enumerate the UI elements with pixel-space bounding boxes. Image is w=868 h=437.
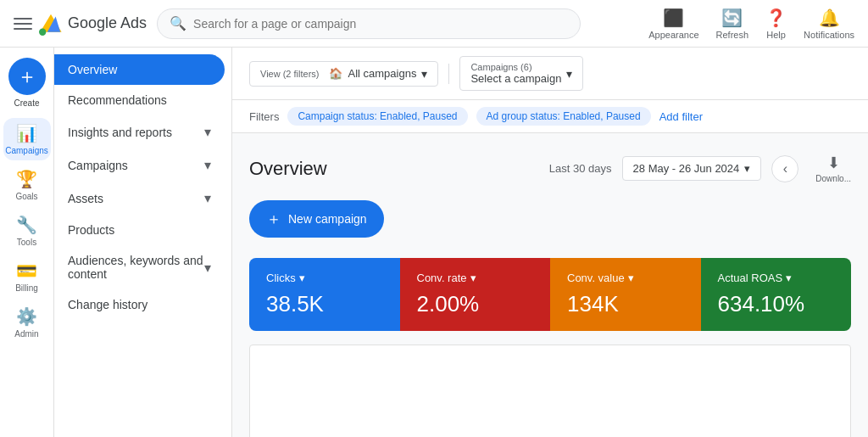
- download-icon: ⬇: [827, 154, 840, 172]
- filter-bar: Filters Campaign status: Enabled, Paused…: [232, 100, 868, 133]
- campaigns-select-button[interactable]: Campaigns (6) Select a campaign ▾: [459, 56, 583, 91]
- sidebar: ＋ Create 📊 Campaigns 🏆 Goals 🔧 Tools 💳 B…: [0, 48, 54, 437]
- metric-label: Actual ROAS ▾: [718, 272, 835, 284]
- tools-icon: 🔧: [16, 215, 37, 235]
- download-label: Downlo...: [815, 174, 851, 183]
- filter-divider: [448, 64, 449, 84]
- help-button[interactable]: ❓ Help: [765, 8, 787, 40]
- nav-recommendations[interactable]: Recommendations: [54, 85, 225, 115]
- campaigns-count-label: Campaigns (6): [470, 62, 561, 72]
- metric-card-2[interactable]: Conv. value ▾ 134K: [550, 258, 701, 331]
- nav-audiences[interactable]: Audiences, keywords and content ▾: [54, 245, 225, 289]
- sidebar-item-admin[interactable]: ⚙️ Admin: [3, 301, 51, 344]
- appearance-icon: ⬛: [663, 8, 684, 28]
- refresh-button[interactable]: 🔄 Refresh: [716, 8, 749, 40]
- notifications-button[interactable]: 🔔 Notifications: [804, 8, 854, 40]
- topbar: Google Ads 🔍 ⬛ Appearance 🔄 Refresh ❓ He…: [0, 0, 868, 48]
- overview-title-row: Overview Last 30 days 28 May - 26 Jun 20…: [249, 154, 851, 183]
- menu-icon[interactable]: [14, 14, 32, 33]
- chevron-down-icon: ▾: [204, 260, 211, 276]
- sidebar-item-tools[interactable]: 🔧 Tools: [3, 210, 51, 252]
- chevron-down-icon: ▾: [204, 157, 211, 173]
- metric-card-3[interactable]: Actual ROAS ▾ 634.10%: [701, 258, 852, 331]
- chevron-left-icon: ‹: [783, 161, 787, 176]
- logo-text: Google Ads: [68, 14, 147, 32]
- chevron-down-icon: ▾: [744, 162, 750, 175]
- download-button[interactable]: ⬇ Downlo...: [815, 154, 851, 183]
- admin-icon: ⚙️: [16, 306, 37, 327]
- nav-change-history[interactable]: Change history: [54, 289, 225, 320]
- campaign-status-chip[interactable]: Campaign status: Enabled, Paused: [287, 107, 467, 126]
- content: View (2 filters) 🏠 All campaigns ▾ Campa…: [232, 48, 868, 437]
- chevron-down-icon: ▾: [204, 190, 211, 206]
- adgroup-status-chip[interactable]: Ad group status: Enabled, Paused: [476, 107, 651, 126]
- topbar-right: ⬛ Appearance 🔄 Refresh ❓ Help 🔔 Notifica…: [648, 8, 854, 40]
- all-campaigns-label: All campaigns: [348, 67, 416, 80]
- overview-page: Overview Last 30 days 28 May - 26 Jun 20…: [232, 133, 868, 437]
- sidebar-item-goals[interactable]: 🏆 Goals: [3, 164, 51, 206]
- plus-icon: ＋: [266, 209, 281, 229]
- page-title: Overview: [249, 158, 327, 180]
- metrics-row: Clicks ▾ 38.5K Conv. rate ▾ 2.00% Conv. …: [249, 258, 851, 331]
- date-range-label: Last 30 days: [549, 162, 612, 175]
- sidebar-item-billing[interactable]: 💳 Billing: [3, 255, 51, 298]
- search-bar[interactable]: 🔍: [157, 8, 581, 39]
- main-layout: ＋ Create 📊 Campaigns 🏆 Goals 🔧 Tools 💳 B…: [0, 48, 868, 437]
- nav-assets[interactable]: Assets ▾: [54, 182, 225, 215]
- chart-area: [249, 345, 851, 437]
- metric-value: 38.5K: [266, 291, 383, 317]
- help-icon: ❓: [765, 8, 787, 28]
- nav-campaigns[interactable]: Campaigns ▾: [54, 148, 225, 182]
- goals-icon: 🏆: [16, 169, 37, 189]
- campaigns-icon: 📊: [16, 123, 37, 143]
- create-button[interactable]: ＋: [8, 58, 46, 95]
- collapse-button[interactable]: ‹: [771, 155, 798, 182]
- search-input[interactable]: [193, 17, 568, 31]
- chevron-down-icon: ▾: [566, 67, 572, 81]
- add-filter-button[interactable]: Add filter: [659, 110, 703, 123]
- nav-insights[interactable]: Insights and reports ▾: [54, 115, 225, 148]
- chevron-down-icon: ▾: [421, 67, 427, 81]
- select-campaign-label: Select a campaign: [470, 72, 561, 85]
- metric-label: Conv. value ▾: [567, 272, 684, 284]
- metric-value: 2.00%: [417, 291, 534, 317]
- metric-value: 634.10%: [718, 291, 835, 317]
- dropdown-icon: ▾: [628, 272, 634, 284]
- date-range-value: 28 May - 26 Jun 2024: [633, 162, 740, 175]
- sidebar-item-campaigns[interactable]: 📊 Campaigns: [3, 118, 51, 160]
- google-ads-logo: Google Ads: [39, 12, 147, 36]
- create-label: Create: [14, 98, 39, 108]
- home-icon: 🏠: [329, 67, 342, 80]
- campaign-header: View (2 filters) 🏠 All campaigns ▾ Campa…: [232, 48, 868, 100]
- filters-label: Filters: [249, 110, 279, 123]
- metric-label: Clicks ▾: [266, 272, 383, 284]
- date-range: Last 30 days 28 May - 26 Jun 2024 ▾ ‹ ⬇ …: [549, 154, 851, 183]
- topbar-left: Google Ads: [14, 12, 147, 36]
- nav-products[interactable]: Products: [54, 215, 225, 245]
- bell-icon: 🔔: [819, 8, 840, 28]
- dropdown-icon: ▾: [299, 272, 305, 284]
- metric-value: 134K: [567, 291, 684, 317]
- dropdown-icon: ▾: [470, 272, 476, 284]
- chevron-down-icon: ▾: [204, 124, 211, 140]
- nav-panel: Overview Recommendations Insights and re…: [54, 48, 232, 437]
- new-campaign-button[interactable]: ＋ New campaign: [249, 200, 384, 238]
- nav-overview[interactable]: Overview: [54, 54, 225, 85]
- appearance-button[interactable]: ⬛ Appearance: [648, 8, 698, 40]
- view-filter-label: View (2 filters): [260, 69, 319, 79]
- svg-point-1: [39, 28, 46, 35]
- logo-svg: [39, 12, 63, 36]
- search-icon: 🔍: [170, 15, 186, 31]
- new-campaign-label: New campaign: [288, 212, 367, 226]
- metric-card-0[interactable]: Clicks ▾ 38.5K: [249, 258, 400, 331]
- metric-label: Conv. rate ▾: [417, 272, 534, 284]
- metric-card-1[interactable]: Conv. rate ▾ 2.00%: [400, 258, 551, 331]
- billing-icon: 💳: [16, 261, 37, 281]
- refresh-icon: 🔄: [721, 8, 743, 28]
- date-range-picker[interactable]: 28 May - 26 Jun 2024 ▾: [622, 156, 762, 181]
- dropdown-icon: ▾: [786, 272, 792, 284]
- view-filter-button[interactable]: View (2 filters) 🏠 All campaigns ▾: [249, 61, 438, 87]
